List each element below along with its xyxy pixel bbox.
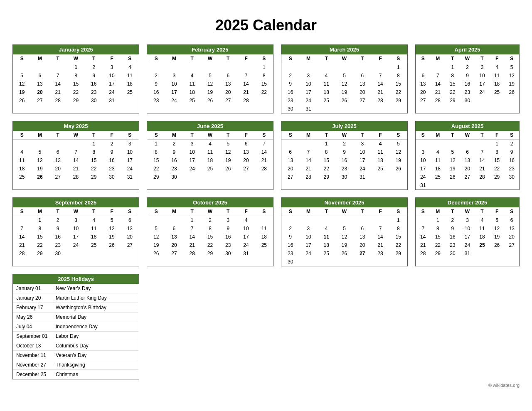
calendar-day: 1 (389, 63, 407, 72)
calendar-day: 7 (371, 71, 389, 80)
calendar-day: 13 (49, 156, 67, 165)
calendar-day: 15 (67, 80, 85, 88)
calendar-day (299, 258, 317, 266)
calendar-week-row: 891011121314 (147, 148, 273, 156)
calendar-day: 27 (121, 241, 139, 249)
calendar-day: 9 (147, 80, 165, 88)
weekday-header: S (504, 54, 519, 63)
month-block-8: August 2025SMTWTFS1234567891011121314151… (415, 121, 520, 190)
calendar-week-row: 2345678 (281, 71, 407, 80)
calendar-day: 30 (504, 173, 519, 181)
calendar-day (49, 63, 67, 72)
calendar-week-row: 1234567 (147, 140, 273, 148)
calendar-day: 24 (416, 173, 431, 181)
calendar-day: 9 (504, 148, 519, 156)
calendar-grid: January 2025SMTWTFS123456789101112131415… (8, 44, 524, 379)
holiday-row: July 04Independence Day (13, 322, 139, 332)
weekday-header: S (147, 54, 165, 63)
month-block-4: April 2025SMTWTFS12345678910111213141516… (415, 44, 520, 113)
calendar-day (299, 63, 317, 72)
calendar-day: 5 (13, 71, 31, 80)
holiday-row: January 20Martin Luther King Day (13, 293, 139, 303)
calendar-day: 2 (85, 63, 103, 72)
calendar-day: 3 (460, 216, 475, 225)
calendar-day: 20 (49, 165, 67, 173)
calendar-day: 8 (431, 224, 446, 233)
calendar-day (31, 140, 49, 148)
calendar-day: 21 (371, 88, 389, 96)
calendar-day: 12 (504, 71, 519, 80)
weekday-header: S (416, 207, 431, 216)
calendar-day: 22 (31, 241, 49, 249)
calendar-day: 11 (371, 148, 389, 156)
calendar-week-row: 2728293031 (281, 173, 407, 181)
calendar-day (353, 216, 371, 225)
calendar-day: 17 (237, 233, 255, 241)
calendar-week-row: 1234 (13, 63, 139, 72)
month-header-2: February 2025 (147, 45, 273, 54)
calendar-day: 27 (353, 96, 371, 105)
calendar-day: 17 (353, 156, 371, 165)
calendar-day: 11 (255, 224, 273, 233)
calendar-day: 7 (431, 71, 446, 80)
calendar-day: 10 (460, 224, 475, 233)
calendar-day: 29 (431, 249, 446, 258)
weekday-header: W (67, 131, 85, 140)
weekday-header: T (219, 54, 237, 63)
holidays-block: 2025 Holidays January 01New Year's DayJa… (12, 274, 139, 379)
calendar-day (281, 63, 299, 72)
weekday-header: F (237, 131, 255, 140)
calendar-day: 6 (353, 71, 371, 80)
calendar-day: 15 (318, 156, 335, 165)
calendar-day: 29 (389, 96, 407, 105)
calendar-day: 10 (416, 156, 431, 165)
calendar-day: 5 (445, 148, 460, 156)
calendar-day: 21 (255, 156, 273, 165)
calendar-day: 1 (318, 140, 335, 148)
weekday-header: S (389, 131, 407, 140)
calendar-day: 21 (475, 165, 490, 173)
calendar-day: 17 (103, 80, 121, 88)
holiday-row: May 26Memorial Day (13, 313, 139, 322)
calendar-day: 5 (389, 140, 407, 148)
weekday-header: F (103, 54, 121, 63)
calendar-day: 20 (219, 88, 237, 96)
calendar-day (219, 63, 237, 72)
calendar-day: 26 (445, 173, 460, 181)
calendar-day: 20 (281, 165, 299, 173)
calendar-day: 24 (475, 88, 490, 96)
calendar-day: 23 (147, 96, 165, 105)
calendar-day: 14 (13, 233, 31, 241)
calendar-day: 4 (371, 140, 389, 148)
calendar-week-row: 3031 (281, 105, 407, 113)
calendar-day: 7 (13, 224, 31, 233)
calendar-day: 20 (353, 241, 371, 249)
weekday-header: T (219, 207, 237, 216)
calendar-day (121, 249, 139, 258)
month-table-1: SMTWTFS123456789101112131415161718192021… (13, 54, 139, 105)
calendar-day: 14 (183, 233, 201, 241)
calendar-day (431, 63, 446, 72)
month-block-9: September 2025SMTWTFS1234567891011121314… (12, 197, 139, 266)
calendar-day: 11 (13, 156, 31, 165)
calendar-week-row: 12131415161718 (147, 233, 273, 241)
calendar-day: 25 (255, 241, 273, 249)
weekday-header: T (475, 207, 490, 216)
weekday-header: S (504, 207, 519, 216)
calendar-day: 27 (49, 173, 67, 181)
calendar-day: 5 (335, 224, 353, 233)
calendar-day: 26 (335, 96, 353, 105)
calendar-day: 8 (389, 224, 407, 233)
calendar-week-row: 24252627282930 (416, 173, 519, 181)
calendar-day: 2 (147, 71, 165, 80)
calendar-day: 30 (281, 105, 299, 113)
calendar-day: 10 (121, 148, 139, 156)
weekday-header: W (67, 207, 85, 216)
calendar-day: 1 (67, 63, 85, 72)
calendar-day: 25 (13, 173, 31, 181)
weekday-header: T (49, 54, 67, 63)
calendar-day: 29 (389, 249, 407, 258)
calendar-day: 17 (475, 80, 490, 88)
calendar-week-row: 45678910 (13, 148, 139, 156)
calendar-day: 28 (431, 96, 446, 105)
